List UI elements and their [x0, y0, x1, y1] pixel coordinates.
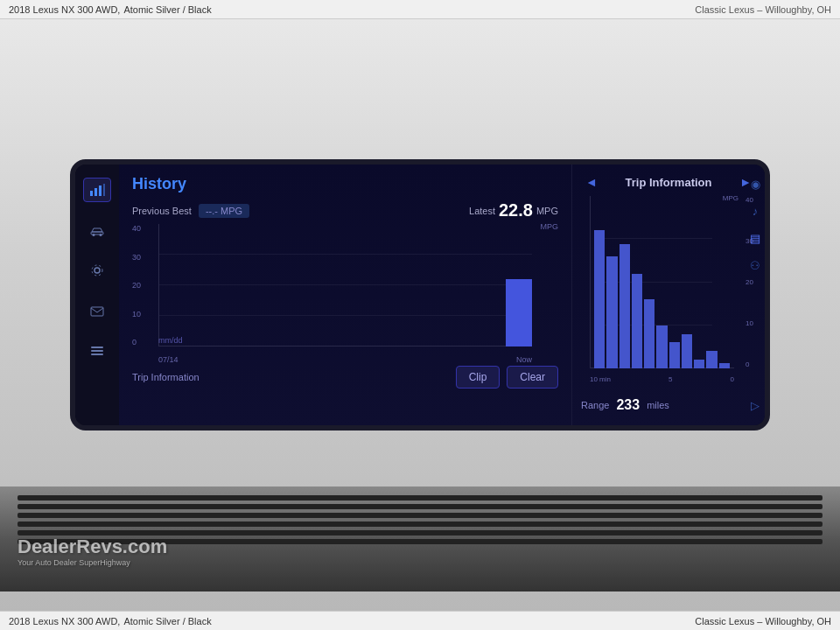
svg-point-6 — [100, 234, 102, 236]
watermark: DealerRevs.com Your Auto Dealer SuperHig… — [18, 536, 167, 567]
y-label-0: 0 — [132, 338, 141, 346]
watermark-sub: Your Auto Dealer SuperHighway — [18, 558, 167, 567]
range-label: Range — [581, 400, 609, 410]
date-end-label: Now — [516, 355, 532, 364]
chart-y-labels-left: 40 30 20 10 0 — [132, 224, 141, 346]
y-label-30: 30 — [132, 253, 141, 262]
svg-point-8 — [92, 265, 102, 276]
history-panel: History Previous Best --.- MPG Latest 22… — [119, 164, 572, 425]
trip-chart: MPG 40 30 20 10 0 — [581, 196, 756, 390]
car-photo-area: History Previous Best --.- MPG Latest 22… — [0, 19, 840, 611]
trip-header: ◄ Trip Information ► — [581, 173, 756, 191]
range-value: 233 — [616, 397, 640, 413]
svg-point-7 — [94, 268, 100, 273]
trip-panel-title: Trip Information — [626, 176, 712, 189]
trip-bars — [590, 196, 734, 368]
vent-strip-3 — [18, 513, 822, 518]
chart-icon[interactable] — [83, 178, 111, 202]
svg-rect-10 — [91, 346, 103, 348]
svg-rect-2 — [99, 186, 102, 196]
trip-panel: ◄ Trip Information ► MPG 40 30 20 — [572, 164, 765, 425]
latest-label: Latest — [469, 206, 495, 216]
bottom-bar-left: 2018 Lexus NX 300 AWD, Atomic Silver / B… — [9, 616, 212, 626]
trip-bar-8 — [682, 334, 692, 368]
dashboard-screen: History Previous Best --.- MPG Latest 22… — [70, 159, 770, 430]
page-dealer: Classic Lexus – Willoughby, OH — [695, 4, 831, 15]
svg-rect-1 — [94, 188, 97, 196]
vent-strip-1 — [18, 495, 822, 500]
trip-info-label-left: Trip Information — [132, 372, 200, 382]
watermark-main: DealerRevs.com — [18, 536, 167, 558]
action-buttons: Clip Clear — [456, 366, 558, 388]
list-icon[interactable] — [83, 339, 111, 363]
play-icon[interactable]: ▷ — [751, 399, 760, 412]
trip-x-10min: 10 min — [590, 375, 611, 383]
top-bar: 2018 Lexus NX 300 AWD, Atomic Silver / B… — [0, 0, 840, 19]
trip-bar-9 — [694, 360, 704, 368]
music-icon[interactable]: ♪ — [752, 205, 759, 218]
svg-rect-3 — [103, 184, 105, 196]
footer-dealer: Classic Lexus – Willoughby, OH — [695, 616, 831, 626]
history-chart: 40 30 20 10 0 MPG 07/14 Now — [132, 224, 558, 364]
chart-right-icon[interactable]: ▤ — [750, 232, 760, 245]
trip-bar-3 — [620, 244, 630, 368]
date-start-label: 07/14 — [158, 355, 178, 364]
volume-icon[interactable]: ◉ — [751, 178, 760, 191]
trip-right-icons: ◉ ♪ ▤ ⚇ ▷ — [746, 173, 765, 416]
history-title: History — [132, 175, 558, 193]
previous-best-value: --.- MPG — [199, 204, 249, 218]
mpg-latest: Latest 22.8 MPG — [469, 200, 558, 220]
clip-button[interactable]: Clip — [456, 366, 500, 388]
chart-mpg-label: MPG — [540, 222, 558, 231]
chart-x-labels: 07/14 Now — [158, 355, 532, 364]
history-bottom-row: Trip Information Clip Clear — [132, 366, 558, 388]
chart-bars — [158, 224, 532, 346]
chart-bar-main — [506, 279, 532, 346]
trip-x-labels: 10 min 5 0 — [590, 375, 734, 383]
range-unit: miles — [647, 400, 669, 410]
left-icon-panel — [75, 164, 119, 425]
person-icon[interactable]: ⚇ — [750, 259, 760, 272]
range-row: Range 233 miles — [581, 394, 756, 416]
svg-rect-12 — [91, 354, 103, 355]
top-bar-left: 2018 Lexus NX 300 AWD, Atomic Silver / B… — [9, 4, 212, 15]
trip-bar-11 — [719, 363, 730, 368]
trip-bar-1 — [594, 230, 605, 368]
page-title-car: 2018 Lexus NX 300 AWD, — [9, 4, 120, 15]
svg-rect-0 — [90, 191, 93, 196]
svg-rect-9 — [91, 307, 103, 316]
trip-bar-5 — [644, 299, 654, 368]
svg-point-5 — [93, 234, 95, 236]
trip-nav-left[interactable]: ◄ — [581, 173, 602, 191]
clear-button[interactable]: Clear — [507, 366, 558, 388]
trip-bar-4 — [632, 274, 642, 368]
y-label-20: 20 — [132, 281, 141, 290]
trip-bar-10 — [706, 351, 717, 368]
mpg-header: Previous Best --.- MPG Latest 22.8 MPG — [132, 200, 558, 220]
svg-rect-11 — [91, 350, 103, 352]
trip-x-0: 0 — [731, 375, 734, 383]
page-color: Atomic Silver / Black — [123, 4, 211, 15]
envelope-icon[interactable] — [83, 298, 111, 323]
settings-icon[interactable] — [83, 258, 111, 283]
latest-unit: MPG — [536, 206, 558, 216]
mpg-previous: Previous Best --.- MPG — [132, 204, 249, 218]
y-label-10: 10 — [132, 310, 141, 318]
latest-value: 22.8 — [499, 200, 533, 220]
vent-strip-4 — [18, 522, 822, 527]
footer-color: Atomic Silver / Black — [123, 616, 211, 626]
trip-x-5: 5 — [668, 375, 672, 383]
trip-bar-7 — [669, 342, 680, 368]
bottom-bar: 2018 Lexus NX 300 AWD, Atomic Silver / B… — [0, 611, 840, 630]
y-label-40: 40 — [132, 224, 141, 233]
car-icon[interactable] — [83, 218, 111, 242]
chart-date-label: mm/dd — [158, 336, 183, 345]
previous-best-label: Previous Best — [132, 206, 192, 216]
trip-bar-2 — [606, 256, 617, 368]
footer-title: 2018 Lexus NX 300 AWD, — [9, 616, 120, 626]
trip-bar-6 — [656, 326, 667, 368]
car-interior-top — [0, 38, 840, 161]
vent-strip-2 — [18, 504, 822, 509]
